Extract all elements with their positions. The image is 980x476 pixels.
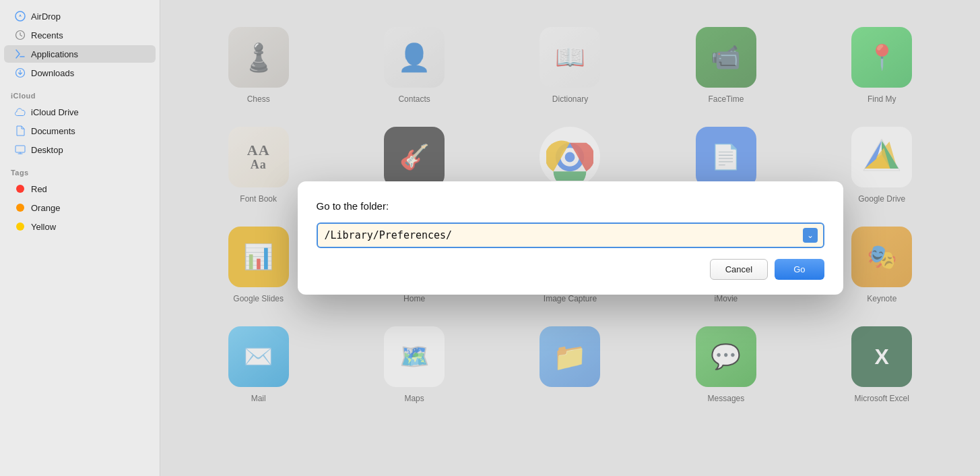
red-tag-icon — [15, 183, 26, 194]
orange-tag-icon — [15, 202, 26, 213]
sidebar-item-downloads-label: Downloads — [31, 68, 74, 78]
dropdown-icon[interactable]: ⌄ — [803, 228, 818, 243]
sidebar-item-documents-label: Documents — [31, 126, 75, 136]
sidebar-item-red[interactable]: Red — [4, 180, 156, 198]
sidebar-item-applications-label: Applications — [31, 49, 78, 59]
recents-icon — [15, 30, 26, 40]
sidebar-item-red-label: Red — [31, 184, 47, 194]
applications-icon — [15, 49, 26, 59]
sidebar-item-desktop[interactable]: Desktop — [4, 141, 156, 158]
sidebar-item-icloud-drive[interactable]: iCloud Drive — [4, 103, 156, 121]
downloads-icon — [15, 67, 26, 78]
svg-rect-3 — [15, 146, 25, 152]
sidebar-item-recents[interactable]: Recents — [4, 26, 156, 44]
sidebar-item-airdrop-label: AirDrop — [31, 11, 61, 22]
icloud-section-label: iCloud — [0, 82, 160, 102]
airdrop-icon — [15, 11, 26, 22]
sidebar-item-yellow-label: Yellow — [31, 222, 56, 232]
dialog-input-wrapper: ⌄ — [317, 222, 824, 248]
desktop-icon — [15, 144, 26, 155]
sidebar-item-documents[interactable]: Documents — [4, 122, 156, 140]
dialog-buttons: Cancel Go — [317, 259, 824, 280]
sidebar-item-recents-label: Recents — [31, 30, 63, 40]
sidebar-item-orange-label: Orange — [31, 203, 60, 213]
sidebar-item-airdrop[interactable]: AirDrop — [4, 7, 156, 25]
documents-icon — [15, 125, 26, 136]
dialog-overlay: Go to the folder: ⌄ Cancel Go — [160, 0, 980, 476]
dialog-title: Go to the folder: — [317, 200, 824, 212]
sidebar-item-orange[interactable]: Orange — [4, 199, 156, 216]
tags-section-label: Tags — [0, 159, 160, 179]
sidebar-item-desktop-label: Desktop — [31, 145, 63, 155]
sidebar-item-downloads[interactable]: Downloads — [4, 64, 156, 82]
goto-folder-dialog: Go to the folder: ⌄ Cancel Go — [298, 181, 843, 295]
sidebar-item-applications[interactable]: Applications — [4, 45, 156, 63]
sidebar-item-icloud-drive-label: iCloud Drive — [31, 107, 79, 117]
main-content: ♟️ Chess 👤 Contacts 📖 Dictionary 📹 FaceT… — [160, 0, 980, 476]
icloud-drive-icon — [15, 107, 26, 117]
folder-path-input[interactable] — [325, 229, 799, 241]
sidebar-item-yellow[interactable]: Yellow — [4, 218, 156, 235]
cancel-button[interactable]: Cancel — [710, 259, 768, 280]
go-button[interactable]: Go — [775, 259, 824, 280]
sidebar: AirDrop Recents Applications Downloads — [0, 0, 160, 476]
yellow-tag-icon — [15, 221, 26, 232]
